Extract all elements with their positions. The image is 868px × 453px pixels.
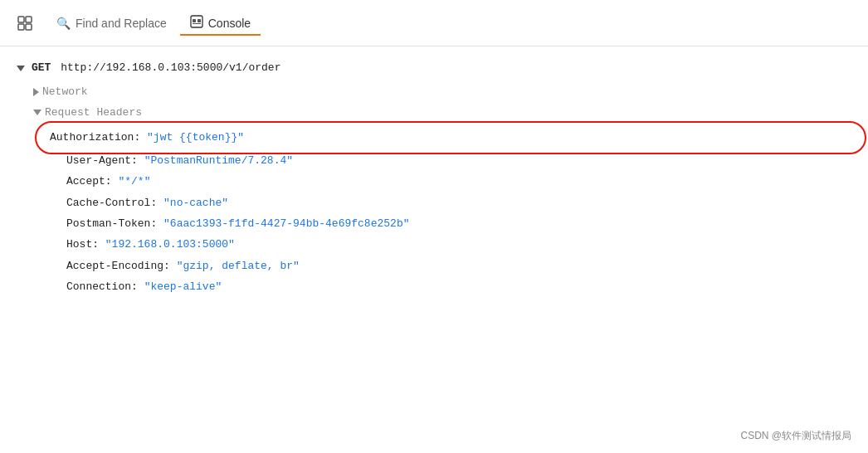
svg-rect-2 — [18, 24, 24, 30]
accept-row: Accept: "*/*" — [66, 172, 851, 191]
headers-collapse-arrow-icon — [33, 110, 41, 115]
http-method: GET — [32, 60, 51, 77]
svg-rect-0 — [18, 17, 24, 22]
svg-rect-7 — [193, 23, 201, 24]
network-label: Network — [42, 84, 88, 101]
find-replace-label: Find and Replace — [76, 17, 167, 30]
accept-value: "*/*" — [118, 172, 150, 191]
request-headers-section[interactable]: Request Headers — [33, 105, 851, 122]
network-item[interactable]: Network — [33, 84, 851, 101]
connection-row: Connection: "keep-alive" — [66, 277, 851, 296]
postman-token-value: "6aac1393-f1fd-4427-94bb-4e69fc8e252b" — [163, 214, 409, 233]
authorization-key: Authorization: — [50, 128, 147, 147]
console-content: GET http://192.168.0.103:5000/v1/order N… — [0, 46, 868, 312]
console-tab[interactable]: Console — [180, 10, 261, 36]
host-row: Host: "192.168.0.103:5000" — [66, 235, 851, 254]
accept-encoding-row: Accept-Encoding: "gzip, deflate, br" — [66, 256, 851, 275]
grid-icon[interactable] — [13, 12, 37, 35]
authorization-row-wrapper: Authorization: "jwt {{token}}" — [50, 126, 851, 149]
request-headers-label: Request Headers — [45, 105, 142, 122]
cache-control-key: Cache-Control: — [66, 193, 163, 212]
connection-value: "keep-alive" — [144, 277, 222, 296]
toolbar: 🔍 Find and Replace Console — [0, 0, 868, 46]
svg-rect-1 — [26, 17, 32, 22]
host-value: "192.168.0.103:5000" — [105, 235, 235, 254]
cache-control-value: "no-cache" — [163, 193, 228, 212]
authorization-value: "jwt {{token}}" — [147, 128, 244, 147]
get-request-line: GET http://192.168.0.103:5000/v1/order — [17, 60, 851, 77]
watermark: CSDN @软件测试情报局 — [740, 429, 851, 443]
accept-key: Accept: — [66, 172, 118, 191]
user-agent-row: User-Agent: "PostmanRuntime/7.28.4" — [66, 151, 851, 170]
connection-key: Connection: — [66, 277, 144, 296]
accept-encoding-key: Accept-Encoding: — [66, 256, 177, 275]
svg-rect-5 — [193, 19, 196, 22]
find-replace-icon: 🔍 — [56, 17, 71, 30]
svg-rect-3 — [26, 24, 32, 30]
user-agent-key: User-Agent: — [66, 151, 144, 170]
console-label: Console — [208, 17, 251, 30]
postman-token-row: Postman-Token: "6aac1393-f1fd-4427-94bb-… — [66, 214, 851, 233]
host-key: Host: — [66, 235, 105, 254]
expand-arrow-icon — [33, 88, 39, 96]
request-url: http://192.168.0.103:5000/v1/order — [54, 60, 280, 77]
user-agent-value: "PostmanRuntime/7.28.4" — [144, 151, 293, 170]
collapse-arrow-icon[interactable] — [17, 66, 25, 71]
authorization-row: Authorization: "jwt {{token}}" — [50, 126, 851, 149]
accept-encoding-value: "gzip, deflate, br" — [177, 256, 300, 275]
find-replace-tab[interactable]: 🔍 Find and Replace — [46, 12, 177, 35]
cache-control-row: Cache-Control: "no-cache" — [66, 193, 851, 212]
console-icon — [190, 15, 203, 31]
postman-token-key: Postman-Token: — [66, 214, 163, 233]
svg-rect-6 — [197, 19, 201, 22]
